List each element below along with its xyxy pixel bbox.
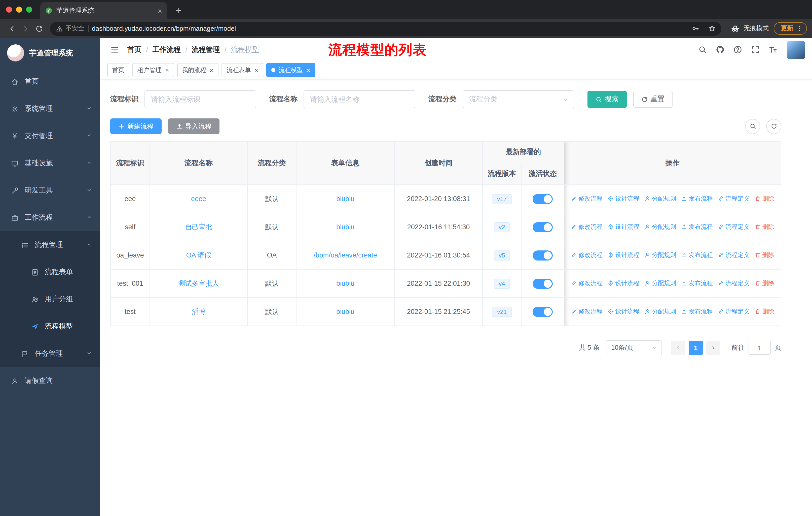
active-toggle[interactable]	[532, 278, 553, 289]
sidebar-item-process-model[interactable]: 流程模型	[0, 313, 100, 340]
breadcrumb-item[interactable]: 工作流程	[152, 45, 181, 54]
page-number-button[interactable]: 1	[689, 341, 703, 355]
process-name-link[interactable]: OA 请假	[186, 251, 211, 259]
breadcrumb-item[interactable]: 首页	[127, 45, 141, 54]
category-select[interactable]: 流程分类	[463, 90, 574, 108]
action-publish[interactable]: 发布流程	[681, 251, 713, 260]
next-page-button[interactable]	[706, 341, 720, 355]
sidebar-item-system[interactable]: 系统管理	[0, 95, 100, 123]
browser-tab[interactable]: 芋道管理系统 ×	[40, 2, 167, 19]
font-size-icon[interactable]	[766, 43, 779, 56]
form-link[interactable]: biubiu	[336, 308, 354, 316]
page-size-select[interactable]: 10条/页	[607, 340, 662, 355]
back-button[interactable]	[5, 22, 19, 35]
tag-my-process[interactable]: 我的流程 ×	[177, 63, 219, 77]
action-publish[interactable]: 发布流程	[681, 194, 713, 203]
action-design[interactable]: 设计流程	[608, 307, 639, 316]
form-link[interactable]: biubiu	[336, 223, 354, 231]
update-button[interactable]: 更新	[774, 22, 807, 35]
toggle-search-button[interactable]	[745, 119, 760, 134]
bookmark-star-icon[interactable]	[705, 22, 718, 35]
active-toggle[interactable]	[532, 307, 553, 317]
search-icon[interactable]	[696, 43, 709, 56]
github-icon[interactable]	[713, 43, 726, 56]
kebab-menu-icon[interactable]	[796, 25, 803, 32]
create-process-button[interactable]: 新建流程	[110, 118, 162, 134]
action-design[interactable]: 设计流程	[608, 194, 639, 203]
tag-process-model[interactable]: 流程模型 ×	[266, 63, 315, 77]
action-edit[interactable]: 修改流程	[571, 223, 603, 231]
refresh-table-button[interactable]	[766, 119, 781, 134]
sidebar-item-devtools[interactable]: 研发工具	[0, 177, 100, 204]
action-delete[interactable]: 删除	[755, 279, 774, 288]
action-assign[interactable]: 分配规则	[644, 251, 676, 260]
sidebar-item-process-mgmt[interactable]: 流程管理	[0, 231, 100, 259]
action-delete[interactable]: 删除	[755, 307, 774, 316]
action-delete[interactable]: 删除	[755, 251, 774, 260]
tab-close-icon[interactable]: ×	[157, 6, 162, 15]
reload-button[interactable]	[32, 22, 46, 35]
action-design[interactable]: 设计流程	[608, 279, 639, 288]
action-definition[interactable]: 流程定义	[718, 307, 750, 316]
form-link[interactable]: /bpm/oa/leave/create	[314, 251, 377, 259]
action-edit[interactable]: 修改流程	[571, 307, 603, 316]
action-assign[interactable]: 分配规则	[644, 223, 676, 231]
sidebar-item-home[interactable]: 首页	[0, 68, 100, 95]
form-link[interactable]: biubiu	[336, 195, 354, 202]
process-name-link[interactable]: 自己审批	[185, 223, 212, 230]
close-icon[interactable]: ×	[254, 67, 258, 73]
forward-button[interactable]	[19, 22, 32, 35]
window-close-button[interactable]	[6, 6, 12, 12]
sidebar-logo[interactable]: 芋道管理系统	[0, 38, 100, 68]
prev-page-button[interactable]	[671, 341, 685, 355]
window-minimize-button[interactable]	[16, 6, 22, 12]
action-assign[interactable]: 分配规则	[644, 194, 676, 203]
action-edit[interactable]: 修改流程	[571, 251, 603, 260]
action-publish[interactable]: 发布流程	[681, 223, 713, 231]
reset-button[interactable]: 重置	[633, 91, 672, 108]
hamburger-icon[interactable]	[107, 42, 122, 57]
password-key-icon[interactable]	[689, 22, 702, 35]
tag-process-form[interactable]: 流程表单 ×	[222, 63, 263, 77]
form-link[interactable]: biubiu	[336, 280, 354, 287]
action-assign[interactable]: 分配规则	[644, 307, 676, 316]
active-toggle[interactable]	[532, 250, 553, 260]
action-edit[interactable]: 修改流程	[571, 194, 603, 203]
security-indicator[interactable]: 不安全	[56, 24, 84, 33]
sidebar-item-workflow[interactable]: 工作流程	[0, 204, 100, 231]
action-definition[interactable]: 流程定义	[718, 279, 750, 288]
sidebar-item-task-mgmt[interactable]: 任务管理	[0, 340, 100, 368]
process-key-input[interactable]	[144, 90, 256, 108]
process-name-input[interactable]	[303, 90, 415, 108]
action-delete[interactable]: 删除	[755, 194, 774, 203]
sidebar-item-payment[interactable]: 支付管理	[0, 123, 100, 150]
action-edit[interactable]: 修改流程	[571, 279, 603, 288]
help-icon[interactable]	[731, 43, 744, 56]
action-publish[interactable]: 发布流程	[681, 307, 713, 316]
action-delete[interactable]: 删除	[755, 223, 774, 231]
action-definition[interactable]: 流程定义	[718, 251, 750, 260]
action-assign[interactable]: 分配规则	[644, 279, 676, 288]
active-toggle[interactable]	[532, 194, 553, 204]
search-button[interactable]: 搜索	[587, 91, 627, 108]
sidebar-item-user-group[interactable]: 用户分组	[0, 286, 100, 313]
window-zoom-button[interactable]	[26, 6, 32, 12]
sidebar-item-process-form[interactable]: 流程表单	[0, 259, 100, 286]
process-name-link[interactable]: 滔博	[192, 308, 205, 315]
avatar[interactable]	[787, 40, 805, 59]
sidebar-item-leave-query[interactable]: 请假查询	[0, 368, 100, 395]
address-bar[interactable]: 不安全 dashboard.yudao.iocoder.cn/bpm/manag…	[50, 21, 721, 35]
close-icon[interactable]: ×	[210, 67, 213, 73]
tag-tenant[interactable]: 租户管理 ×	[133, 63, 174, 77]
action-design[interactable]: 设计流程	[608, 223, 639, 231]
goto-page-input[interactable]	[749, 341, 771, 355]
action-publish[interactable]: 发布流程	[681, 279, 713, 288]
active-toggle[interactable]	[532, 222, 553, 232]
tag-home[interactable]: 首页	[107, 63, 129, 77]
fullscreen-icon[interactable]	[749, 43, 762, 56]
process-name-link[interactable]: 测试多审批人	[178, 279, 219, 287]
sidebar-item-infra[interactable]: 基础设施	[0, 150, 100, 177]
action-definition[interactable]: 流程定义	[718, 194, 750, 203]
process-name-link[interactable]: eeee	[191, 195, 206, 202]
close-icon[interactable]: ×	[307, 67, 310, 73]
